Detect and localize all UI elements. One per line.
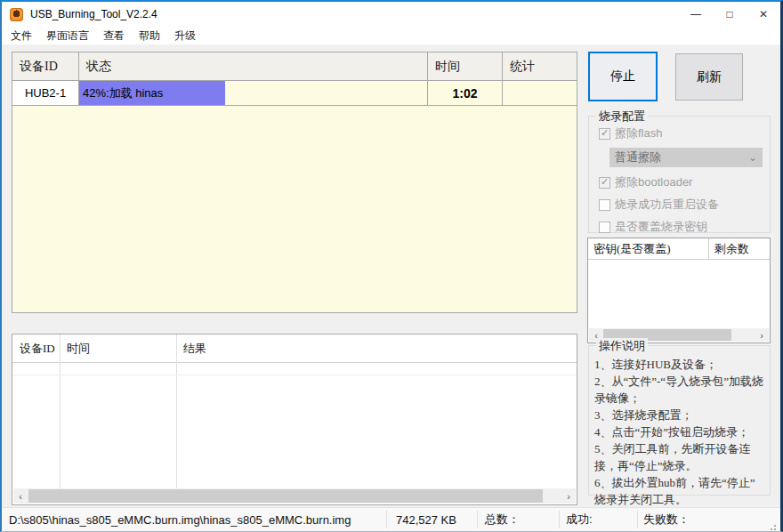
maximize-icon: □ [726,9,732,20]
erase-bootloader-label: 擦除bootloader [615,174,692,190]
menu-file[interactable]: 文件 [4,27,39,45]
menu-help[interactable]: 帮助 [132,27,167,45]
col-device-id: 设备ID [12,52,79,80]
instruction-line: 3、选择烧录配置； [594,407,766,423]
col-remaining: 剩余数 [709,238,770,259]
reboot-after-success-label: 烧录成功后重启设备 [615,197,719,213]
instruction-line: 5、关闭工具前，先断开设备连接，再“停止”烧录。 [594,440,766,474]
maximize-button[interactable]: □ [713,2,747,27]
instruction-line: 1、连接好HUB及设备； [594,356,766,373]
column-divider [60,335,61,489]
file-path: D:\s805\hinas_s805_eMMC.burn.img\hinas_s… [9,508,351,531]
col-status: 状态 [79,52,428,80]
erase-mode-select[interactable]: 普通擦除 ⌄ [609,148,763,167]
time-cell: 1:02 [428,81,503,105]
stats-cell [503,81,577,105]
col-result: 结果 [176,335,577,362]
instructions-text: 1、连接好HUB及设备； 2、从“文件”-“导入烧录包”加载烧录镜像； 3、选择… [589,346,770,508]
overwrite-key-checkbox[interactable] [599,222,610,233]
key-table-header: 密钥(是否覆盖) 剩余数 [588,238,770,260]
total-count-label: 总数： [485,508,520,531]
device-id-cell: HUB2-1 [12,81,79,105]
reboot-after-success-option[interactable]: 烧录成功后重启设备 [599,197,770,213]
status-cell: 42%:加载 hinas [79,81,428,105]
erase-flash-label: 擦除flash [615,125,662,141]
erase-bootloader-checkbox[interactable] [599,177,610,189]
erase-flash-checkbox[interactable] [599,128,610,140]
scroll-left-icon[interactable]: ‹ [13,488,28,504]
instructions-group: 操作说明 1、连接好HUB及设备； 2、从“文件”-“导入烧录包”加载烧录镜像；… [588,345,771,496]
status-divider [477,511,478,528]
app-icon [10,8,23,21]
burn-config-title: 烧录配置 [596,109,648,125]
close-icon: ✕ [759,9,768,20]
result-table: 设备ID 时间 结果 ‹ › [12,334,577,505]
success-count-label: 成功: [566,508,593,531]
stop-button[interactable]: 停止 [588,52,658,101]
instruction-line: 4、点击“开始”按钮启动烧录； [594,423,766,440]
refresh-button[interactable]: 刷新 [675,53,743,101]
window-controls: — □ ✕ [679,2,780,27]
erase-mode-value: 普通擦除 [615,150,661,164]
device-table-header: 设备ID 状态 时间 统计 [12,52,577,81]
device-table: 设备ID 状态 时间 统计 HUB2-1 42%:加载 hinas 1:02 [12,52,577,313]
instruction-line: 2、从“文件”-“导入烧录包”加载烧录镜像； [594,373,766,407]
col-result-time: 时间 [60,335,176,362]
scroll-right-icon[interactable]: › [561,488,576,504]
instructions-title: 操作说明 [596,338,648,354]
col-key: 密钥(是否覆盖) [588,238,709,259]
menu-upgrade[interactable]: 升级 [167,27,203,45]
title-bar: USB_Burning_Tool_V2.2.4 — □ ✕ [2,2,780,27]
app-window: USB_Burning_Tool_V2.2.4 — □ ✕ 文件 界面语言 查看… [0,0,783,532]
status-text: 42%:加载 hinas [79,81,427,105]
minimize-button[interactable]: — [679,2,713,27]
menu-view[interactable]: 查看 [96,27,132,45]
resize-grip[interactable] [774,525,776,527]
column-divider [176,335,177,489]
overwrite-key-label: 是否覆盖烧录密钥 [615,219,707,235]
col-stats: 统计 [503,52,577,80]
scroll-right-icon[interactable]: › [755,328,769,342]
scrollbar-thumb[interactable] [28,489,543,503]
overwrite-key-option[interactable]: 是否覆盖烧录密钥 [599,219,770,235]
menu-language[interactable]: 界面语言 [39,27,96,45]
status-divider [637,511,638,528]
result-table-header: 设备ID 时间 结果 [12,335,577,363]
reboot-after-success-checkbox[interactable] [599,199,610,211]
row-divider [12,375,577,375]
file-size: 742,527 KB [396,508,456,531]
window-title: USB_Burning_Tool_V2.2.4 [30,8,157,20]
erase-flash-option[interactable]: 擦除flash [599,125,770,141]
result-table-hscrollbar[interactable]: ‹ › [13,488,576,504]
chevron-down-icon: ⌄ [748,148,757,167]
instruction-line: 6、拔出外置hub前，请先“停止”烧录并关闭工具。 [594,474,766,508]
close-button[interactable]: ✕ [747,2,780,27]
status-divider [386,511,387,528]
col-result-device-id: 设备ID [12,335,60,362]
erase-bootloader-option[interactable]: 擦除bootloader [599,174,770,190]
table-row[interactable]: HUB2-1 42%:加载 hinas 1:02 [12,81,577,106]
status-bar: D:\s805\hinas_s805_eMMC.burn.img\hinas_s… [2,507,780,531]
status-divider [559,511,560,528]
minimize-icon: — [690,9,701,20]
burn-config-group: 烧录配置 擦除flash 普通擦除 ⌄ 擦除bootloader 烧录成功后重启… [588,116,771,233]
col-time: 时间 [428,52,503,80]
fail-count-label: 失败数： [643,508,690,531]
key-table: 密钥(是否覆盖) 剩余数 ‹ › [587,238,771,343]
menu-bar: 文件 界面语言 查看 帮助 升级 [2,27,780,44]
